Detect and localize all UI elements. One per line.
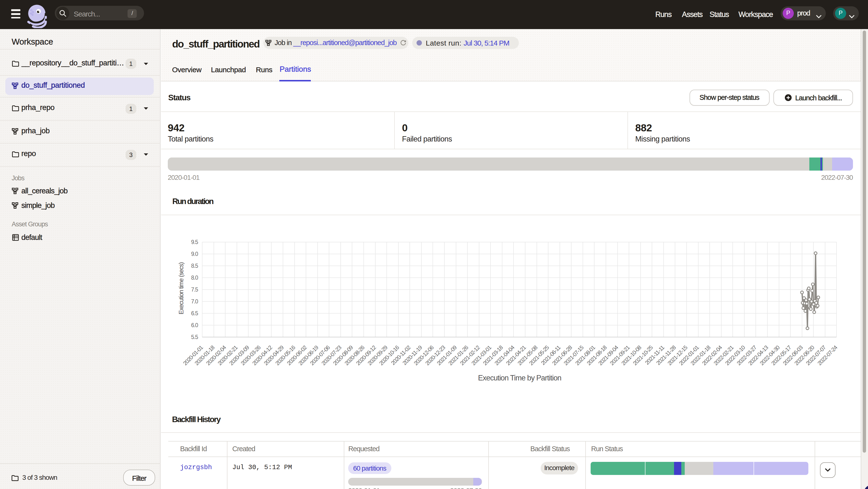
svg-text:8.0: 8.0: [191, 274, 198, 281]
svg-text:6.0: 6.0: [191, 322, 198, 328]
svg-text:7.0: 7.0: [191, 298, 198, 304]
svg-text:7.5: 7.5: [191, 286, 198, 293]
svg-text:9.5: 9.5: [191, 239, 198, 245]
svg-text:6.5: 6.5: [191, 310, 198, 317]
svg-text:5.5: 5.5: [191, 334, 198, 340]
svg-text:9.0: 9.0: [191, 251, 198, 257]
svg-text:Execution Time by Partition: Execution Time by Partition: [478, 374, 561, 382]
svg-text:Execution time (secs): Execution time (secs): [178, 262, 185, 314]
svg-text:8.5: 8.5: [191, 263, 198, 269]
